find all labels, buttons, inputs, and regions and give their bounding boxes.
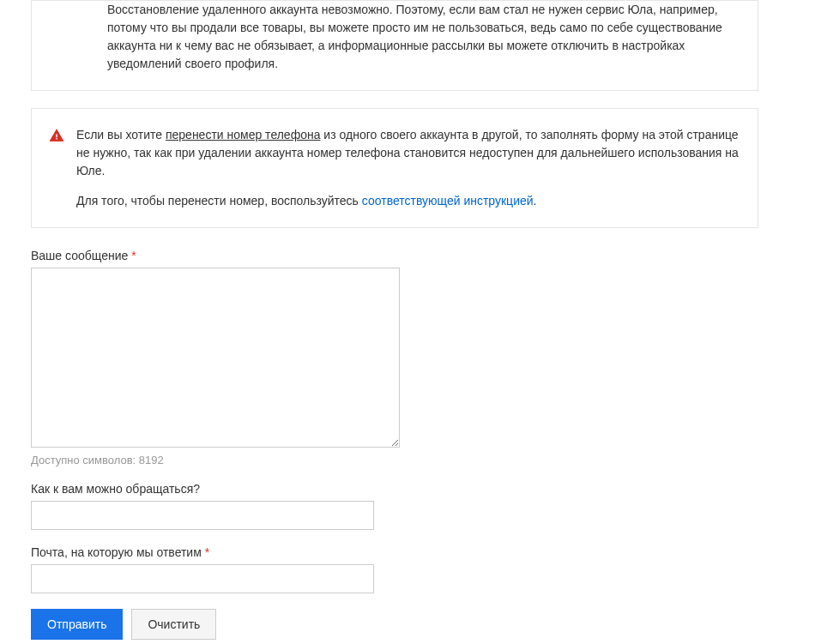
message-label: Ваше сообщение *	[31, 249, 758, 262]
name-group: Как к вам можно обращаться?	[31, 482, 758, 530]
warning-paragraph-2: Для того, чтобы перенести номер, восполь…	[76, 192, 740, 210]
warning-paragraph-1: Если вы хотите перенести номер телефона …	[76, 126, 740, 180]
email-label: Почта, на которую мы ответим *	[31, 545, 758, 559]
name-input[interactable]	[31, 501, 374, 530]
message-group: Ваше сообщение * Доступно символов: 8192	[31, 249, 758, 466]
email-input[interactable]	[31, 564, 374, 593]
required-marker: *	[205, 545, 209, 559]
email-group: Почта, на которую мы ответим *	[31, 545, 758, 593]
button-row: Отправить Очистить	[31, 609, 758, 640]
warning-box: Если вы хотите перенести номер телефона …	[31, 108, 758, 228]
form-section: Ваше сообщение * Доступно символов: 8192…	[0, 249, 789, 640]
name-label: Как к вам можно обращаться?	[31, 482, 758, 496]
instruction-link[interactable]: соответствующей инструкцией	[362, 194, 534, 208]
submit-button[interactable]: Отправить	[31, 609, 123, 640]
char-counter: Доступно символов: 8192	[31, 454, 758, 466]
info-box: Восстановление удаленного аккаунта невоз…	[31, 0, 758, 91]
warning-underline-text: перенести номер телефона	[166, 128, 321, 141]
message-textarea[interactable]	[31, 268, 400, 448]
warning-content: Если вы хотите перенести номер телефона …	[76, 126, 740, 210]
info-text: Восстановление удаленного аккаунта невоз…	[107, 3, 722, 70]
clear-button[interactable]: Очистить	[131, 609, 216, 640]
required-marker: *	[131, 249, 136, 262]
warning-icon	[49, 128, 64, 143]
